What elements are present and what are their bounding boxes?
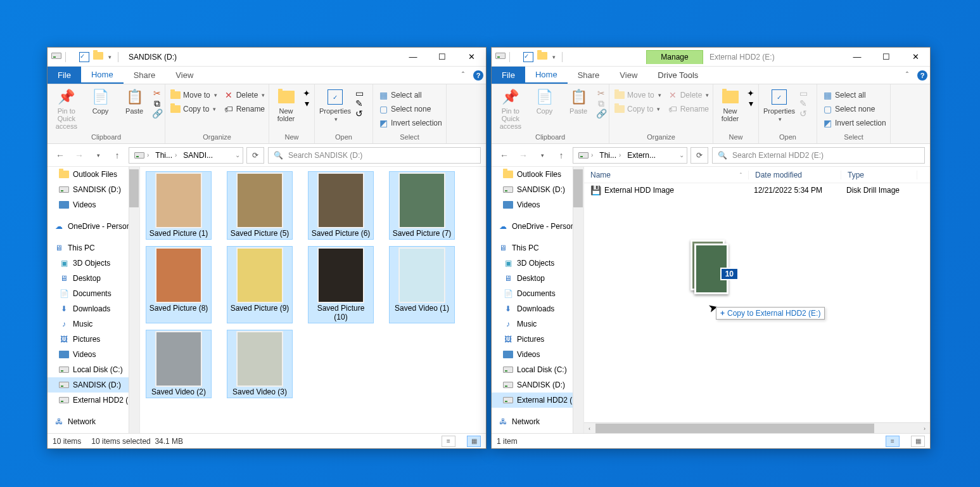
- scroll-left-icon[interactable]: ‹: [584, 423, 595, 433]
- file-item[interactable]: Saved Picture (10): [309, 247, 373, 323]
- file-item[interactable]: Saved Video (1): [390, 247, 454, 323]
- nav-onedrive[interactable]: ☁OneDrive - Person: [48, 219, 139, 234]
- copy-to-button[interactable]: Copy to▾: [612, 102, 664, 116]
- up-button[interactable]: ↑: [554, 148, 569, 163]
- new-item-icon[interactable]: ✦: [302, 88, 312, 98]
- delete-button[interactable]: ✕Delete▾: [665, 88, 712, 102]
- history-icon[interactable]: ↺: [798, 108, 808, 119]
- open-icon[interactable]: ▭: [798, 88, 808, 98]
- qat-newfolder-icon[interactable]: [93, 52, 103, 62]
- nav-videos[interactable]: Videos: [48, 197, 139, 212]
- tab-share[interactable]: Share: [124, 67, 166, 84]
- nav-network[interactable]: 🖧Network: [48, 414, 139, 429]
- nav-scrollbar[interactable]: [129, 167, 139, 433]
- nav-videos[interactable]: Videos: [492, 197, 583, 212]
- up-button[interactable]: ↑: [110, 148, 125, 163]
- breadcrumb[interactable]: › Thi...› SANDI... ⌄: [129, 147, 243, 164]
- qat-properties-icon[interactable]: [523, 52, 533, 62]
- search-input[interactable]: 🔍 Search External HDD2 (E:): [712, 147, 925, 164]
- copy-path-icon[interactable]: ⧉: [596, 98, 606, 108]
- breadcrumb-dropdown-icon[interactable]: ⌄: [235, 152, 240, 159]
- nav-tree[interactable]: Outlook Files SANDISK (D:) Videos ☁OneDr…: [492, 167, 584, 433]
- paste-button[interactable]: 📋 Paste: [118, 86, 151, 115]
- icons-view-button[interactable]: ▦: [911, 436, 925, 447]
- nav-downloads[interactable]: ⬇Downloads: [492, 301, 583, 316]
- file-item[interactable]: Saved Picture (9): [227, 247, 292, 323]
- easy-access-icon[interactable]: ▾: [302, 98, 312, 108]
- tab-drive-tools[interactable]: Drive Tools: [647, 67, 708, 84]
- select-all-button[interactable]: ▦Select all: [820, 88, 889, 102]
- select-none-button[interactable]: ▢Select none: [376, 102, 445, 116]
- details-view-button[interactable]: ≡: [442, 436, 455, 447]
- paste-button[interactable]: 📋Paste: [562, 86, 595, 115]
- copy-to-button[interactable]: Copy to▾: [168, 102, 220, 116]
- refresh-button[interactable]: ⟳: [246, 147, 264, 164]
- nav-scrollbar[interactable]: [573, 167, 583, 433]
- nav-documents[interactable]: 📄Documents: [48, 286, 139, 301]
- tab-view[interactable]: View: [165, 67, 203, 84]
- col-type[interactable]: Type: [841, 171, 917, 179]
- minimize-button[interactable]: —: [398, 48, 428, 67]
- file-area[interactable]: Nameˆ Date modified Type 💾External HDD I…: [584, 167, 930, 433]
- maximize-button[interactable]: ☐: [428, 48, 457, 67]
- qat-properties-icon[interactable]: [79, 52, 89, 62]
- recent-locations-button[interactable]: ▾: [535, 148, 550, 163]
- refresh-button[interactable]: ⟳: [690, 147, 708, 164]
- nav-desktop[interactable]: 🖥Desktop: [48, 271, 139, 286]
- nav-pictures[interactable]: 🖼Pictures: [48, 332, 139, 347]
- pin-quick-access-button[interactable]: 📌Pin to Quick access: [494, 86, 527, 130]
- pin-quick-access-button[interactable]: 📌 Pin to Quick access: [50, 86, 83, 130]
- breadcrumb-seg-thispc[interactable]: Thi...›: [597, 151, 623, 160]
- breadcrumb-dropdown-icon[interactable]: ⌄: [679, 152, 684, 159]
- open-icon[interactable]: ▭: [354, 88, 364, 98]
- scroll-right-icon[interactable]: ›: [919, 423, 930, 433]
- breadcrumb-seg-thispc[interactable]: Thi...›: [153, 151, 179, 160]
- nav-music[interactable]: ♪Music: [48, 316, 139, 332]
- tab-view[interactable]: View: [609, 67, 647, 84]
- move-to-button[interactable]: Move to▾: [612, 88, 664, 102]
- ribbon-collapse-icon[interactable]: ˆ: [900, 67, 915, 84]
- help-icon[interactable]: ?: [915, 67, 930, 84]
- file-area[interactable]: Saved Picture (1)Saved Picture (5)Saved …: [140, 167, 486, 433]
- nav-outlook-files[interactable]: Outlook Files: [48, 167, 139, 182]
- properties-button[interactable]: Properties▾: [761, 86, 797, 122]
- tab-home[interactable]: Home: [81, 67, 124, 84]
- file-item[interactable]: Saved Picture (8): [146, 247, 211, 323]
- nav-local-disk-c[interactable]: Local Disk (C:): [492, 362, 583, 377]
- nav-sandisk[interactable]: SANDISK (D:): [48, 182, 139, 197]
- nav-external-hdd2[interactable]: External HDD2 (E: [48, 393, 139, 408]
- breadcrumb-seg-sandisk[interactable]: SANDI...: [181, 151, 215, 160]
- new-item-icon[interactable]: ✦: [746, 88, 756, 98]
- copy-button[interactable]: 📄 Copy: [84, 86, 117, 115]
- tab-file[interactable]: File: [48, 67, 81, 84]
- forward-button[interactable]: →: [72, 148, 87, 163]
- back-button[interactable]: ←: [53, 148, 68, 163]
- rename-button[interactable]: 🏷Rename: [665, 102, 712, 116]
- invert-selection-button[interactable]: ◩Invert selection: [820, 116, 889, 130]
- history-icon[interactable]: ↺: [354, 108, 364, 119]
- titlebar[interactable]: ▾ Manage External HDD2 (E:) — ☐ ✕: [492, 48, 930, 67]
- edit-icon[interactable]: ✎: [798, 98, 808, 108]
- maximize-button[interactable]: ☐: [872, 48, 901, 67]
- cut-icon[interactable]: ✂: [152, 88, 162, 98]
- paste-shortcut-icon[interactable]: 🔗: [596, 108, 606, 119]
- breadcrumb-drive-icon[interactable]: ›: [576, 152, 595, 159]
- select-all-button[interactable]: ▦Select all: [376, 88, 445, 102]
- copy-path-icon[interactable]: ⧉: [152, 98, 162, 108]
- nav-external-hdd2[interactable]: External HDD2 (E: [492, 393, 583, 408]
- nav-this-pc[interactable]: 🖥This PC: [48, 240, 139, 256]
- nav-3d-objects[interactable]: ▣3D Objects: [492, 256, 583, 271]
- file-item[interactable]: Saved Picture (6): [309, 172, 373, 239]
- file-item[interactable]: Saved Video (2): [146, 330, 211, 398]
- nav-videos2[interactable]: Videos: [492, 347, 583, 362]
- invert-selection-button[interactable]: ◩Invert selection: [376, 116, 445, 130]
- close-button[interactable]: ✕: [901, 48, 930, 67]
- details-view-button[interactable]: ≡: [886, 436, 900, 447]
- paste-shortcut-icon[interactable]: 🔗: [152, 108, 162, 119]
- icons-view-button[interactable]: ▦: [467, 436, 481, 447]
- qat-newfolder-icon[interactable]: [537, 52, 547, 62]
- nav-pictures[interactable]: 🖼Pictures: [492, 332, 583, 347]
- recent-locations-button[interactable]: ▾: [91, 148, 106, 163]
- file-item[interactable]: Saved Picture (7): [390, 172, 454, 239]
- breadcrumb[interactable]: › Thi...› Extern... ⌄: [573, 147, 687, 164]
